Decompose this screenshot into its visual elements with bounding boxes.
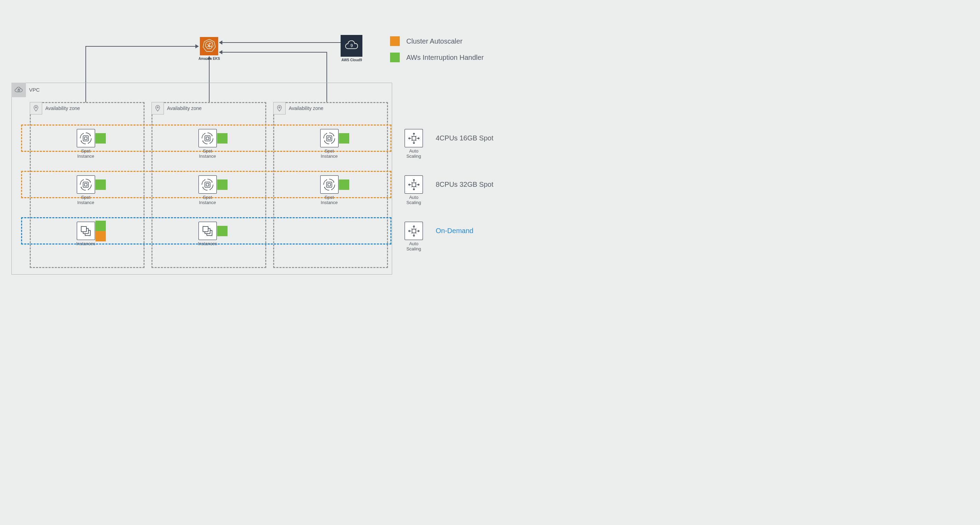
instance-caption: Spot Instance bbox=[302, 195, 357, 205]
amazon-eks-label: Amazon EKS bbox=[196, 57, 222, 60]
interruption-handler-badge bbox=[217, 133, 228, 143]
row1-title: 4CPUs 16GB Spot bbox=[436, 134, 493, 142]
legend-label-green: AWs Interruption Handler bbox=[406, 54, 484, 62]
arrow-cloud9-eks bbox=[222, 42, 340, 43]
az-label: Availability zone bbox=[167, 105, 202, 111]
spot-instance-az1-row2: Spot Instance bbox=[58, 175, 113, 205]
arrowhead-az3 bbox=[219, 50, 222, 54]
vpc-icon bbox=[11, 83, 26, 97]
instance-caption: Instances bbox=[58, 242, 113, 247]
instances-icon bbox=[77, 222, 95, 240]
interruption-handler-badge bbox=[217, 226, 228, 236]
ondemand-instances-az1: Instances bbox=[58, 222, 113, 247]
auto-scaling-caption-row2: Auto Scaling bbox=[404, 195, 423, 205]
arrowhead-cloud9-eks bbox=[219, 40, 222, 45]
spot-instance-az3-row2: Spot Instance bbox=[302, 175, 357, 205]
az-label: Availability zone bbox=[289, 105, 323, 111]
az-label: Availability zone bbox=[45, 105, 80, 111]
spot-instance-icon bbox=[77, 175, 95, 194]
legend-swatch-green bbox=[390, 52, 400, 62]
aws-cloud9-label: AWS Cloud9 bbox=[339, 58, 364, 62]
auto-scaling-icon-row1 bbox=[404, 129, 423, 147]
legend-swatch-orange bbox=[390, 36, 400, 46]
row2-title: 8CPUs 32GB Spot bbox=[436, 181, 493, 188]
instance-caption: Spot Instance bbox=[180, 195, 235, 205]
spot-instance-icon bbox=[199, 129, 217, 147]
interruption-handler-badge bbox=[95, 180, 106, 190]
legend-label-orange: Cluster Autoscaler bbox=[406, 37, 462, 45]
spot-instance-icon bbox=[199, 175, 217, 194]
auto-scaling-icon-row2 bbox=[404, 175, 423, 194]
spot-instance-az3-row1: Spot Instance bbox=[302, 129, 357, 159]
interruption-handler-badge bbox=[95, 221, 106, 231]
instance-caption: Spot Instance bbox=[302, 149, 357, 159]
spot-instance-az2-row1: Spot Instance bbox=[180, 129, 235, 159]
interruption-handler-badge bbox=[339, 133, 349, 143]
interruption-handler-badge bbox=[217, 180, 228, 190]
az-icon bbox=[151, 102, 164, 115]
spot-instance-icon bbox=[77, 129, 95, 147]
ondemand-instances-az2: Instances bbox=[180, 222, 235, 247]
spot-instance-az2-row2: Spot Instance bbox=[180, 175, 235, 205]
instance-caption: Spot Instance bbox=[58, 195, 113, 205]
vpc-label: VPC bbox=[29, 87, 40, 93]
amazon-eks-icon bbox=[200, 37, 218, 55]
cluster-autoscaler-badge bbox=[95, 231, 106, 242]
instance-caption: Spot Instance bbox=[58, 149, 113, 159]
arrowhead-az1 bbox=[196, 44, 199, 48]
az-icon bbox=[30, 102, 42, 115]
aws-cloud9-icon bbox=[340, 35, 363, 57]
interruption-handler-badge bbox=[339, 180, 349, 190]
interruption-handler-badge bbox=[95, 133, 106, 143]
instances-icon bbox=[199, 222, 217, 240]
line-az1-horiz bbox=[86, 46, 196, 47]
auto-scaling-icon-row3 bbox=[404, 222, 423, 240]
row3-title: On-Demand bbox=[436, 227, 473, 235]
spot-instance-icon bbox=[320, 175, 339, 194]
spot-instance-az1-row1: Spot Instance bbox=[58, 129, 113, 159]
spot-instance-icon bbox=[320, 129, 339, 147]
auto-scaling-caption-row1: Auto Scaling bbox=[404, 149, 423, 159]
auto-scaling-caption-row3: Auto Scaling bbox=[404, 242, 423, 252]
line-az3-horiz bbox=[222, 52, 327, 52]
instance-caption: Spot Instance bbox=[180, 149, 235, 159]
instance-caption: Instances bbox=[180, 242, 235, 247]
az-icon bbox=[273, 102, 286, 115]
